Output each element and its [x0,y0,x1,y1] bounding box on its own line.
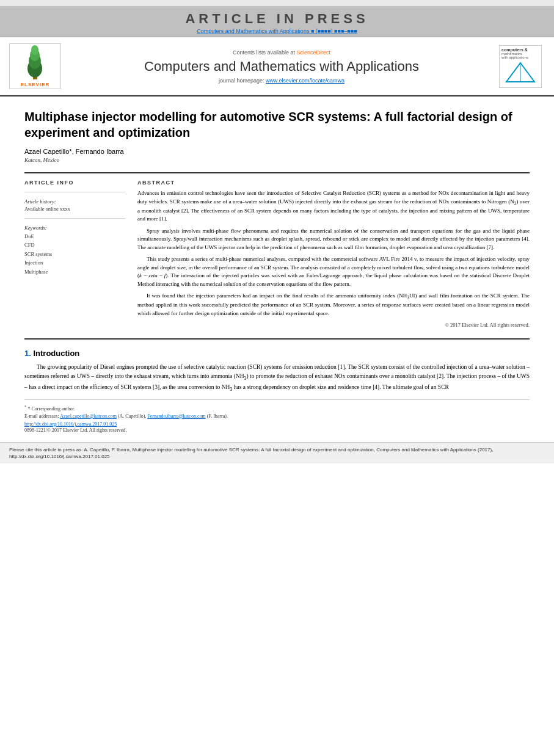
banner-title: ARTICLE IN PRESS [185,11,368,26]
section1-title: Introduction [33,349,79,358]
abstract-para-1: Advances in emission control technologie… [137,189,530,224]
bottom-notice: Please cite this article in press as: A.… [0,442,554,463]
email2-link[interactable]: Fernando.ibarra@katcon.com [147,413,205,419]
keyword-scr: SCR systems [24,250,125,258]
journal-logo-right: computers & mathematics with application… [499,45,545,88]
article-in-press-banner: ARTICLE IN PRESS Computers and Mathemati… [0,6,554,37]
keyword-doe: DoE [24,232,125,241]
section1-para-1: The growing popularity of Diesel engines… [24,363,530,393]
elsevier-tree-icon [12,44,58,81]
keywords-list: DoE CFD SCR systems Injection Multiphase [24,232,125,276]
svg-point-4 [31,45,38,55]
journal-header: ELSEVIER Contents lists available at Sci… [0,37,554,96]
article-info-abstract-row: ARTICLE INFO Article history: Available … [24,180,530,329]
affiliation: Katcon, Mexico [24,157,530,163]
available-online: Available online xxxx [24,206,125,212]
abstract-copyright: © 2017 Elsevier Ltd. All rights reserved… [137,321,530,329]
footnote-corresponding: * * Corresponding author. [24,404,530,413]
keywords-divider [24,218,125,219]
logo-graphic [501,59,539,85]
footnote-area: * * Corresponding author. E-mail address… [24,399,530,433]
keywords-label: Keywords: [24,225,125,231]
section1-body: The growing popularity of Diesel engines… [24,363,530,393]
article-info-column: ARTICLE INFO Article history: Available … [24,180,125,329]
article-title: Multiphase injector modelling for automo… [24,109,530,140]
homepage-url[interactable]: www.elsevier.com/locate/camwa [266,78,344,84]
article-history-label: Article history: [24,198,125,205]
elsevier-logo: ELSEVIER [9,43,64,89]
abstract-para-2: Spray analysis involves multi-phase flow… [137,227,530,252]
main-content: Multiphase injector modelling for automo… [0,96,554,442]
abstract-bottom-divider [24,338,530,340]
doi-link[interactable]: http://dx.doi.org/10.1016/j.camwa.2017.0… [24,421,530,427]
abstract-label: ABSTRACT [137,180,530,186]
logo-top-text: computers & [501,48,539,52]
journal-homepage: journal homepage: www.elsevier.com/locat… [73,78,490,84]
abstract-column: ABSTRACT Advances in emission control te… [137,180,530,329]
section1-number: 1. [24,349,33,358]
authors: Azael Capetillo*, Fernando Ibarra [24,148,530,155]
elsevier-label: ELSEVIER [21,81,50,89]
banner-journal-link[interactable]: Computers and Mathematics with Applicati… [0,28,554,34]
keyword-multiphase: Multiphase [24,267,125,276]
section1-heading: 1. Introduction [24,349,530,358]
science-direct-link[interactable]: ScienceDirect [297,49,331,56]
article-info-label: ARTICLE INFO [24,180,125,186]
footnote-emails: E-mail addresses: Azael.capetillo@katcon… [24,413,530,420]
abstract-text: Advances in emission control technologie… [137,189,530,329]
abstract-para-4: It was found that the injection paramete… [137,292,530,318]
abstract-para-3: This study presents a series of multi-ph… [137,255,530,288]
page: ARTICLE IN PRESS Computers and Mathemati… [0,6,554,756]
keyword-cfd: CFD [24,241,125,249]
keyword-injection: Injection [24,258,125,267]
science-direct-line: Contents lists available at ScienceDirec… [73,49,490,56]
email1-link[interactable]: Azael.capetillo@katcon.com [60,413,117,419]
journal-title: Computers and Mathematics with Applicati… [73,59,490,75]
journal-center: Contents lists available at ScienceDirec… [73,49,490,84]
header-divider [24,172,530,173]
info-divider [24,192,125,192]
issn-line: 0898-1221/© 2017 Elsevier Ltd. All right… [24,427,530,433]
